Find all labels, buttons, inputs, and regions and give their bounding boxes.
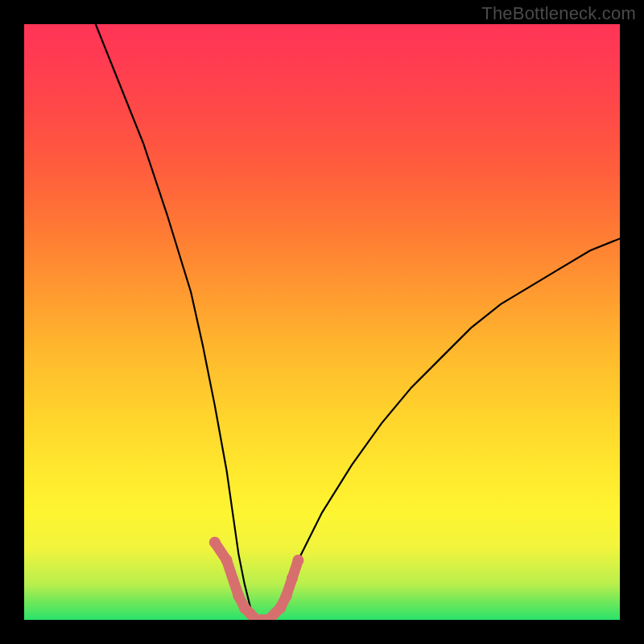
highlight-points-group: [209, 537, 304, 620]
highlight-point: [233, 590, 244, 601]
highlight-point: [221, 555, 233, 566]
watermark-text: TheBottleneck.com: [481, 3, 636, 24]
highlight-point: [281, 590, 292, 601]
bottleneck-chart: [24, 24, 620, 620]
highlight-point: [292, 555, 303, 566]
bottleneck-curve-path: [96, 24, 620, 620]
highlight-point: [287, 572, 298, 584]
highlight-point: [275, 602, 286, 613]
highlight-point: [209, 537, 221, 548]
chart-frame: TheBottleneck.com: [0, 0, 644, 644]
